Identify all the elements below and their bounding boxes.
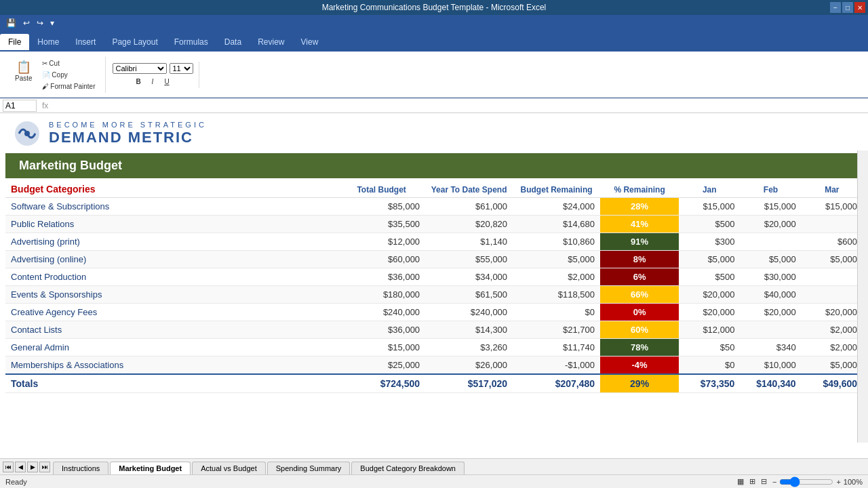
remaining-cell: $0 <box>513 304 600 321</box>
tab-formulas[interactable]: Formulas <box>166 34 216 50</box>
feb-cell: $20,000 <box>740 216 801 233</box>
italic-button[interactable]: I <box>148 77 158 87</box>
feb-cell: $340 <box>740 339 801 357</box>
save-icon[interactable]: 💾 <box>4 17 18 29</box>
col-header-feb: Feb <box>740 181 801 198</box>
pct-cell: 0% <box>600 304 679 321</box>
totals-pct: 29% <box>600 374 679 393</box>
sheet-tabs-bar: ⏮ ◀ ▶ ⏭ InstructionsMarketing BudgetActu… <box>0 458 868 474</box>
zoom-in-button[interactable]: + <box>836 478 840 486</box>
tab-data[interactable]: Data <box>216 34 250 50</box>
table-row: Software & Subscriptions $85,000 $61,000… <box>5 198 863 216</box>
tab-page-layout[interactable]: Page Layout <box>104 34 165 50</box>
underline-button[interactable]: U <box>160 77 173 87</box>
tab-view[interactable]: View <box>293 34 327 50</box>
close-button[interactable]: ✕ <box>854 2 865 13</box>
sheet-tab-actual-vs-budget[interactable]: Actual vs Budget <box>192 462 266 474</box>
undo-icon[interactable]: ↩ <box>21 17 32 29</box>
maximize-button[interactable]: □ <box>842 2 853 13</box>
feb-cell <box>740 321 801 339</box>
mar-cell: $600 <box>802 233 863 251</box>
quick-access-toolbar: 💾 ↩ ↪ ▾ <box>0 15 868 31</box>
jan-cell: $12,000 <box>679 321 740 339</box>
logo-name: Demand Metric <box>49 129 207 146</box>
budget-table: Budget Categories Total Budget Year To D… <box>5 181 863 393</box>
ytd-cell: $61,000 <box>425 198 513 216</box>
pct-cell: 6% <box>600 268 679 286</box>
sheet-tab-instructions[interactable]: Instructions <box>53 462 108 474</box>
pct-cell: 66% <box>600 286 679 304</box>
totals-remaining: $207,480 <box>513 374 600 393</box>
font-selector[interactable]: Calibri <box>113 63 167 74</box>
sheet-tab-spending-summary[interactable]: Spending Summary <box>267 462 351 474</box>
font-group: Calibri 11 B I U <box>107 62 199 88</box>
zoom-out-button[interactable]: − <box>772 478 776 486</box>
vertical-scrollbar[interactable] <box>857 150 868 443</box>
table-row: Public Relations $35,500 $20,820 $14,680… <box>5 216 863 233</box>
formula-bar: fx <box>0 98 868 113</box>
pct-cell: 8% <box>600 251 679 268</box>
view-layout-icon[interactable]: ⊞ <box>749 477 755 486</box>
next-sheet-button[interactable]: ▶ <box>27 462 38 472</box>
tab-home[interactable]: Home <box>29 34 67 50</box>
formula-divider: fx <box>39 101 51 110</box>
dropdown-icon[interactable]: ▾ <box>48 17 56 29</box>
category-cell: Memberships & Associations <box>5 357 338 375</box>
jan-cell: $15,000 <box>679 198 740 216</box>
paste-button[interactable]: 📋 Paste <box>11 58 37 92</box>
ribbon-tabs: File Home Insert Page Layout Formulas Da… <box>0 31 868 50</box>
pct-cell: 60% <box>600 321 679 339</box>
totals-label: Totals <box>5 374 338 393</box>
view-break-icon[interactable]: ⊟ <box>761 477 767 486</box>
window-title: Marketing Communications Budget Template… <box>322 3 547 12</box>
total-cell: $60,000 <box>338 251 425 268</box>
mar-cell <box>802 216 863 233</box>
header-banner: Marketing Budget <box>5 153 863 178</box>
formula-input[interactable] <box>54 101 865 110</box>
copy-button[interactable]: 📄 Copy <box>38 70 100 80</box>
cut-button[interactable]: ✂ Cut <box>38 58 100 68</box>
remaining-cell: $118,500 <box>513 286 600 304</box>
tab-file[interactable]: File <box>0 34 29 50</box>
table-row: Advertising (online) $60,000 $55,000 $5,… <box>5 251 863 268</box>
sheet-tab-marketing-budget[interactable]: Marketing Budget <box>110 462 191 474</box>
bold-button[interactable]: B <box>132 77 144 87</box>
cell-reference-input[interactable] <box>3 100 37 112</box>
sheet-navigation: ⏮ ◀ ▶ ⏭ <box>3 462 50 472</box>
first-sheet-button[interactable]: ⏮ <box>3 462 14 472</box>
tab-review[interactable]: Review <box>250 34 292 50</box>
tab-insert[interactable]: Insert <box>67 34 104 50</box>
total-cell: $12,000 <box>338 233 425 251</box>
col-header-pct: % Remaining <box>600 181 679 198</box>
feb-cell: $40,000 <box>740 286 801 304</box>
mar-cell <box>802 286 863 304</box>
minimize-button[interactable]: − <box>830 2 841 13</box>
remaining-cell: $24,000 <box>513 198 600 216</box>
sheet-tab-budget-category-breakdown[interactable]: Budget Category Breakdown <box>351 462 465 474</box>
mar-cell: $5,000 <box>802 251 863 268</box>
totals-ytd: $517,020 <box>425 374 513 393</box>
zoom-slider[interactable] <box>779 476 833 487</box>
last-sheet-button[interactable]: ⏭ <box>39 462 50 472</box>
format-painter-button[interactable]: 🖌 Format Painter <box>38 81 100 92</box>
remaining-cell: -$1,000 <box>513 357 600 375</box>
prev-sheet-button[interactable]: ◀ <box>15 462 26 472</box>
font-size-selector[interactable]: 11 <box>170 63 193 74</box>
category-cell: Advertising (print) <box>5 233 338 251</box>
ready-status: Ready <box>5 478 27 486</box>
redo-icon[interactable]: ↪ <box>35 17 45 29</box>
ytd-cell: $61,500 <box>425 286 513 304</box>
ytd-cell: $55,000 <box>425 251 513 268</box>
category-cell: Software & Subscriptions <box>5 198 338 216</box>
zoom-controls: − + 100% <box>772 476 863 487</box>
mar-cell: $2,000 <box>802 321 863 339</box>
window-controls[interactable]: − □ ✕ <box>830 2 865 13</box>
remaining-cell: $21,700 <box>513 321 600 339</box>
total-cell: $15,000 <box>338 339 425 357</box>
jan-cell: $20,000 <box>679 304 740 321</box>
feb-cell: $5,000 <box>740 251 801 268</box>
total-cell: $35,500 <box>338 216 425 233</box>
total-cell: $85,000 <box>338 198 425 216</box>
view-normal-icon[interactable]: ▦ <box>737 477 744 486</box>
jan-cell: $20,000 <box>679 286 740 304</box>
